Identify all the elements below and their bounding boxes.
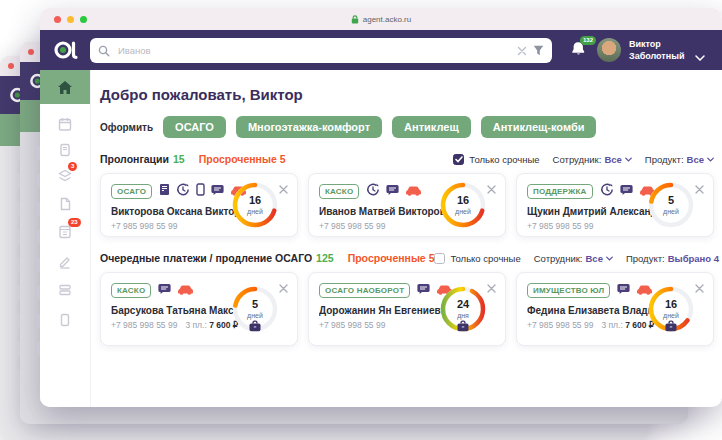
sidebar-item-archive[interactable] [57,282,73,298]
payment-purse-icon [249,318,262,336]
history-icon[interactable] [366,182,380,200]
days-gauge: 16дней [647,285,695,333]
payment-purse-icon [665,318,678,336]
chat-icon[interactable] [211,182,224,200]
search-input[interactable] [116,44,511,57]
sidebar-item-contracts[interactable] [57,142,73,158]
product-badge: ИМУЩЕСТВО ЮЛ [527,283,610,298]
sidebar-item-documents[interactable] [57,196,73,212]
days-gauge: 24дня [439,285,487,333]
mobile-icon[interactable] [196,182,205,200]
acko-logo-icon [52,37,78,63]
days-unit: дней [455,208,471,215]
policy-card[interactable]: КАСКО Иванов Матвей Викторови... +7 985 … [308,173,506,237]
minimize-traffic-light[interactable] [67,16,74,23]
url-text: agent.acko.ru [363,15,411,24]
chat-icon[interactable] [417,281,430,299]
user-last-name: Заболотный [629,50,684,62]
days-unit: дней [247,208,263,215]
search-bar[interactable] [90,38,552,63]
product-filter-value[interactable]: Выбрано 4 [668,253,719,264]
zoom-traffic-light[interactable] [80,16,87,23]
section-title: Очередные платежи / продление ОСАГО [100,252,312,264]
days-value: 16 [665,299,677,310]
history-icon[interactable] [600,182,614,200]
user-first-name: Виктор [629,38,684,50]
close-traffic-light [8,63,14,69]
payment-purse-icon [457,318,470,336]
days-unit: дней [663,208,679,215]
chevron-down-icon[interactable] [606,256,613,261]
issue-button-osago[interactable]: ОСАГО [163,116,226,138]
sidebar-item-home[interactable] [40,70,90,104]
app-header: 132 Виктор Заболотный [40,30,722,70]
only-urgent-checkbox[interactable] [453,154,464,165]
issue-button-antiklesh-kombi[interactable]: Антиклещ-комби [481,116,597,138]
days-value: 24 [457,299,469,310]
chevron-down-icon[interactable] [625,157,632,162]
chat-icon[interactable] [617,281,630,299]
avatar[interactable] [597,38,621,62]
client-name[interactable]: Дорожанин Ян Евгениевич [319,305,445,316]
sidebar-item-notes[interactable] [57,254,73,270]
calculator-badge: 23 [68,218,81,227]
overdue-link[interactable]: Просроченные 5 [348,252,435,264]
only-urgent-checkbox[interactable] [434,253,445,264]
prolongation-cards: ОСАГО Викторова Оксана Викторо... +7 985… [100,173,714,237]
client-phone: +7 985 998 55 99 [319,221,385,231]
days-value: 16 [457,195,469,206]
product-badge: ОСАГО [111,184,152,199]
only-urgent-label: Только срочные [450,253,520,264]
history-icon[interactable] [176,182,190,200]
clear-search-icon[interactable] [517,46,527,56]
client-name[interactable]: Федина Елизавета Владим... [527,305,653,316]
policy-card[interactable]: ПОДДЕРЖКА Щукин Дмитрий Александ... +7 9… [516,173,714,237]
employee-filter-value[interactable]: Все [604,154,621,165]
policy-card[interactable]: ИМУЩЕСТВО ЮЛ Федина Елизавета Владим... … [516,272,714,346]
section-count: 125 [316,252,334,264]
home-icon [57,80,73,95]
issue-row: Оформить ОСАГО Многоэтажка-комфорт Антик… [100,116,714,138]
payments-label: 3 пл.: [185,320,206,330]
user-menu-chevron-icon[interactable] [695,47,705,65]
edit-icon [57,254,73,270]
employee-filter-value[interactable]: Все [586,253,603,264]
policy-card[interactable]: ОСАГО НАОБОРОТ Дорожанин Ян Евгениевич +… [308,272,506,346]
page-title: Добро пожаловать, Виктор [100,86,714,103]
calendar-icon [57,116,73,132]
payment-cards: КАСКО Барсукова Татьяна Макси... +7 985 … [100,272,714,346]
days-value: 5 [668,195,674,206]
policy-card[interactable]: КАСКО Барсукова Татьяна Макси... +7 985 … [100,272,298,346]
chat-icon[interactable] [620,182,633,200]
product-badge: КАСКО [111,283,151,298]
client-name[interactable]: Викторова Оксана Викторо... [111,206,237,217]
chevron-down-icon[interactable] [707,157,714,162]
acko-logo[interactable] [40,30,90,70]
address-bar[interactable]: agent.acko.ru [40,8,722,30]
browser-window: agent.acko.ru 132 [40,8,722,407]
product-filter-value[interactable]: Все [687,154,704,165]
chat-icon[interactable] [158,281,171,299]
payments-label: 3 пл.: [601,320,622,330]
policy-card[interactable]: ОСАГО Викторова Оксана Викторо... +7 985… [100,173,298,237]
archive-icon [57,282,73,298]
sidebar-item-mobile[interactable] [57,312,73,328]
client-phone: +7 985 998 55 99 [319,320,385,330]
sidebar-item-calendar[interactable] [57,116,73,132]
client-name[interactable]: Барсукова Татьяна Макси... [111,305,237,316]
client-name[interactable]: Иванов Матвей Викторови... [319,206,445,217]
search-icon [98,45,110,57]
close-traffic-light[interactable] [54,16,61,23]
receipt-icon[interactable] [159,182,170,200]
desktop: agent.acko.ru 132 [0,0,722,440]
user-name[interactable]: Виктор Заболотный [629,38,684,62]
client-name[interactable]: Щукин Дмитрий Александ... [527,206,653,217]
client-phone: +7 985 998 55 99 [527,221,593,231]
filter-funnel-icon[interactable] [533,45,544,56]
issue-button-antiklesh[interactable]: Антиклещ [392,116,471,138]
section-title: Пролонгации [100,153,169,165]
chat-icon[interactable] [386,182,399,200]
issue-button-mnogoetazhka[interactable]: Многоэтажка-комфорт [236,116,382,138]
overdue-link[interactable]: Просроченные 5 [199,153,286,165]
product-badge: ОСАГО НАОБОРОТ [319,283,410,298]
